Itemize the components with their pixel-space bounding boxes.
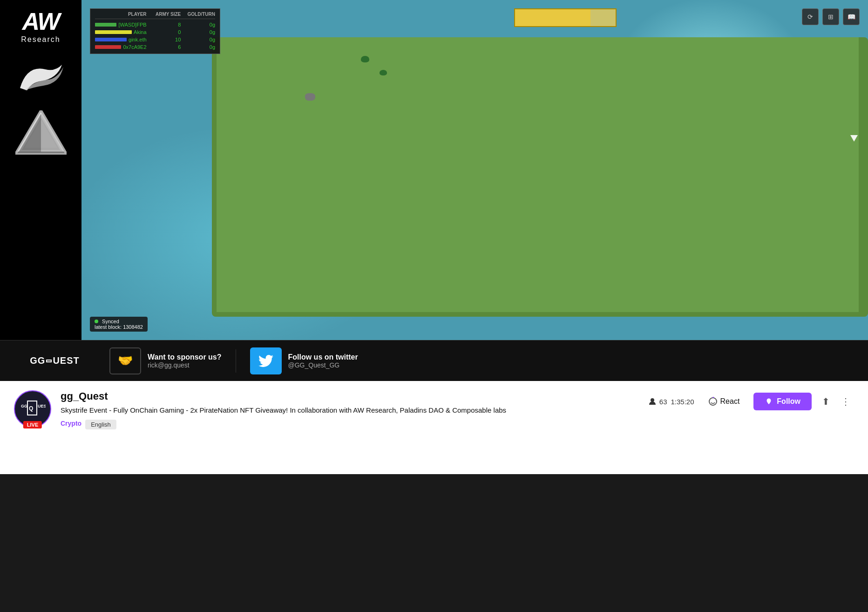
svg-point-12	[709, 398, 717, 405]
svg-text:GG: GG	[21, 404, 27, 408]
sponsor-label: Want to sponsor us?	[148, 353, 222, 361]
video-area: AW Research	[0, 0, 868, 340]
scoreboard-row: gink.eth 10 0g	[95, 36, 215, 43]
follow-button[interactable]: Follow	[753, 393, 812, 410]
player-name-2: Akina	[95, 29, 147, 35]
channel-avatar[interactable]: GG Q UEST LIVE	[14, 390, 51, 428]
grid-button[interactable]: ⊞	[822, 8, 839, 25]
player-army-2: 0	[147, 29, 181, 35]
player-name-1: [WASD]FPB	[95, 22, 147, 27]
twitter-text: Follow us on twitter @GG_Quest_GG	[288, 353, 358, 369]
ggquest-logo: GG UEST	[30, 355, 79, 366]
logo-research: Research	[21, 35, 60, 44]
stream-title: Skystrife Event - Fully OnChain Gaming -…	[61, 405, 639, 415]
scoreboard-row: Akina 0 0g	[95, 28, 215, 36]
twitter-handle: @GG_Quest_GG	[288, 361, 358, 369]
header-player: PLAYER	[95, 12, 147, 17]
banner-logo-area: GG UEST	[14, 355, 95, 366]
tag-language[interactable]: English	[85, 420, 116, 429]
triangle-logo-icon	[15, 109, 67, 156]
stream-time: 1:35:20	[671, 398, 694, 406]
handshake-icon: 🤝	[109, 347, 141, 374]
toolbar-icons[interactable]: ⟳ ⊞ 📖	[802, 8, 860, 25]
logo-aw: AW	[22, 9, 60, 34]
stream-info: GG Q UEST LIVE gg_Quest Skystrife Event …	[0, 381, 868, 474]
channel-name[interactable]: gg_Quest	[61, 390, 639, 402]
stream-actions: 63 1:35:20 React Follow ⬆ ⋮	[648, 390, 854, 411]
book-button[interactable]: 📖	[843, 8, 860, 25]
sidebar: AW Research	[0, 0, 81, 340]
stream-container: AW Research	[0, 0, 868, 474]
viewer-info: 63 1:35:20	[648, 397, 694, 406]
sidebar-logo: AW Research	[21, 9, 60, 44]
player-army-1: 8	[147, 22, 181, 27]
map-cursor	[850, 135, 858, 142]
scoreboard-row: [WASD]FPB 8 0g	[95, 21, 215, 28]
terrain-inner	[217, 37, 859, 312]
gold-bar-ui	[514, 8, 617, 27]
more-options-button[interactable]: ⋮	[837, 392, 854, 411]
gold-bar-fill	[515, 9, 590, 26]
player-gold-4: 0g	[181, 44, 215, 50]
block-number: latest block: 1308482	[95, 324, 143, 330]
actions-right: 63 1:35:20 React Follow ⬆ ⋮	[648, 392, 854, 411]
tag-crypto[interactable]: Crypto	[61, 420, 81, 429]
sync-status: Synced latest block: 1308482	[90, 317, 148, 332]
player-name-3: gink.eth	[95, 37, 147, 42]
twitter-label: Follow us on twitter	[288, 353, 358, 361]
sponsor-email: rick@gg.quest	[148, 361, 222, 369]
stream-banner: GG UEST 🤝 Want to sponsor us? rick@gg.qu…	[0, 340, 868, 381]
banner-divider	[236, 349, 236, 373]
sponsor-text: Want to sponsor us? rick@gg.quest	[148, 353, 222, 369]
quest-text: UEST	[53, 355, 79, 366]
player-name-4: 0x7cA9E2	[95, 44, 147, 50]
svg-text:Q: Q	[29, 405, 33, 412]
viewer-count: 63	[648, 397, 667, 406]
player-army-4: 6	[147, 44, 181, 50]
stream-details: gg_Quest Skystrife Event - Fully OnChain…	[61, 390, 639, 429]
game-view: PLAYER ARMY SIZE GOLD/TURN [WASD]FPB 8 0…	[81, 0, 868, 340]
stream-tags: Crypto English	[61, 420, 639, 429]
rock-sprite	[305, 93, 315, 101]
banner-sponsor: 🤝 Want to sponsor us? rick@gg.quest	[109, 347, 222, 374]
twitter-icon	[250, 347, 282, 374]
scoreboard-row: 0x7cA9E2 6 0g	[95, 43, 215, 51]
react-button[interactable]: React	[701, 392, 747, 411]
banner-twitter: Follow us on twitter @GG_Quest_GG	[250, 347, 358, 374]
refresh-button[interactable]: ⟳	[802, 8, 819, 25]
gg-box	[46, 360, 52, 362]
sync-dot	[95, 320, 98, 323]
player-gold-2: 0g	[181, 29, 215, 35]
scoreboard-overlay: PLAYER ARMY SIZE GOLD/TURN [WASD]FPB 8 0…	[90, 8, 220, 54]
player-gold-1: 0g	[181, 22, 215, 27]
live-badge: LIVE	[23, 421, 42, 428]
player-army-3: 10	[147, 37, 181, 42]
extra-actions: ⬆ ⋮	[818, 392, 854, 411]
header-gold: GOLD/TURN	[181, 12, 215, 17]
svg-text:UEST: UEST	[38, 404, 46, 408]
scoreboard-header: PLAYER ARMY SIZE GOLD/TURN	[95, 12, 215, 19]
swoosh-icon	[15, 58, 67, 95]
header-army: ARMY SIZE	[147, 12, 181, 17]
avatar-text: GG Q UEST	[20, 400, 46, 418]
player-gold-3: 0g	[181, 37, 215, 42]
sync-label: Synced	[95, 319, 143, 324]
gg-text: GG	[30, 355, 45, 366]
tree-sprite	[361, 56, 369, 62]
svg-point-11	[651, 398, 654, 402]
share-button[interactable]: ⬆	[818, 392, 834, 411]
tree-sprite	[380, 70, 387, 75]
